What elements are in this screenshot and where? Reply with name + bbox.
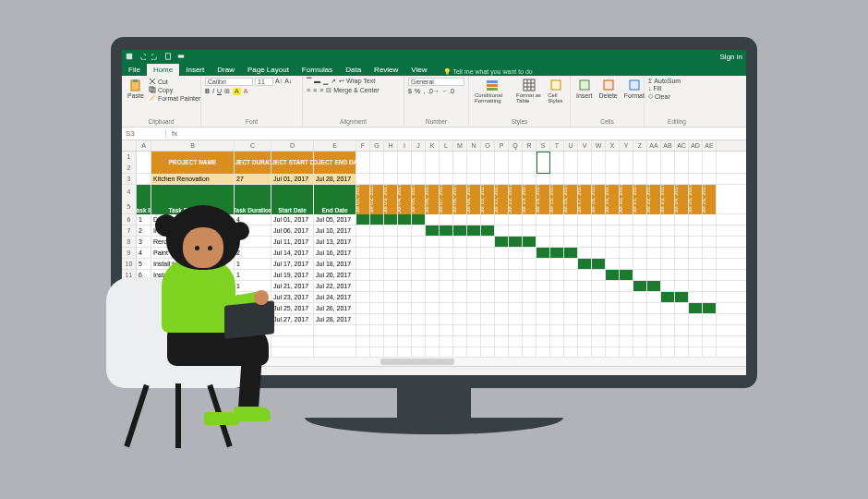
gantt-cell[interactable] [384,303,398,313]
gantt-cell[interactable] [620,303,633,313]
gantt-cell[interactable] [398,214,412,225]
cell[interactable] [314,325,356,335]
gantt-cell[interactable] [509,314,523,324]
gantt-cell[interactable] [536,259,550,269]
align-bottom-icon[interactable]: ▁ [323,78,328,85]
gantt-cell[interactable] [370,259,384,269]
align-left-icon[interactable]: ≡ [307,87,310,94]
cut-button[interactable]: Cut [149,78,200,85]
gantt-cell[interactable] [453,270,467,280]
gantt-cell[interactable] [647,314,661,324]
gantt-cell[interactable] [523,303,536,313]
gantt-cell[interactable] [689,314,703,324]
gantt-cell[interactable] [564,259,578,269]
gantt-cell[interactable] [412,292,426,302]
gantt-cell[interactable] [481,270,495,280]
gantt-cell[interactable] [440,248,453,258]
gantt-cell[interactable] [564,214,578,225]
date-header-cell[interactable]: Jul 15, 2017 [550,185,564,214]
gantt-cell[interactable] [633,281,647,291]
col-header[interactable]: G [370,140,384,151]
gantt-cell[interactable] [661,225,675,236]
gantt-cell[interactable] [620,237,633,247]
task-end-cell[interactable]: Jul 20, 2017 [314,270,356,280]
currency-icon[interactable]: $ [408,88,412,94]
gantt-cell[interactable] [592,237,606,247]
gantt-cell[interactable] [550,314,564,324]
gantt-cell[interactable] [440,270,453,280]
align-top-icon[interactable]: ▔ [307,78,311,85]
gantt-cell[interactable] [384,270,398,280]
date-header-cell[interactable]: Jul 23, 2017 [661,185,675,214]
tab-draw[interactable]: Draw [211,64,241,76]
gantt-cell[interactable] [647,281,661,291]
col-header[interactable]: O [481,140,495,151]
gantt-cell[interactable] [481,259,495,269]
date-header-cell[interactable]: Jul 06, 2017 [426,185,440,214]
gantt-cell[interactable] [426,303,440,313]
gantt-cell[interactable] [550,281,564,291]
gantt-cell[interactable] [550,270,564,280]
gantt-cell[interactable] [384,314,398,324]
gantt-cell[interactable] [356,281,370,291]
tab-page-layout[interactable]: Page Layout [241,64,295,76]
wrap-text-button[interactable]: ↩ Wrap Text [339,78,375,85]
comma-icon[interactable]: , [423,88,425,94]
date-header-cell[interactable]: Jul 21, 2017 [633,185,647,214]
gantt-cell[interactable] [523,248,536,258]
gantt-cell[interactable] [370,248,384,258]
project-end-cell[interactable]: Jul 28, 2017 [314,174,356,184]
date-header-cell[interactable]: Jul 24, 2017 [675,185,689,214]
number-format-select[interactable]: General [408,78,464,86]
gantt-cell[interactable] [675,214,689,225]
italic-button[interactable]: I [212,88,214,95]
gantt-cell[interactable] [703,248,717,258]
gantt-cell[interactable] [467,292,481,302]
gantt-cell[interactable] [606,303,620,313]
date-header-cell[interactable]: Jul 16, 2017 [564,185,578,214]
tab-home[interactable]: Home [147,64,179,76]
gantt-cell[interactable] [467,225,481,236]
gantt-cell[interactable] [495,225,509,236]
tab-view[interactable]: View [404,64,433,76]
gantt-cell[interactable] [523,281,536,291]
gantt-cell[interactable] [703,214,717,225]
gantt-cell[interactable] [440,237,453,247]
gantt-cell[interactable] [536,270,550,280]
gantt-cell[interactable] [703,237,717,247]
task-end-cell[interactable]: Jul 26, 2017 [314,303,356,313]
project-header-cell[interactable]: PROJECT DURATION [235,152,271,174]
col-header[interactable]: S [536,140,550,151]
gantt-cell[interactable] [703,292,717,302]
gantt-cell[interactable] [564,270,578,280]
gantt-cell[interactable] [633,225,647,236]
gantt-cell[interactable] [523,259,536,269]
gantt-cell[interactable] [398,292,412,302]
gantt-cell[interactable] [453,248,467,258]
gantt-cell[interactable] [356,292,370,302]
gantt-cell[interactable] [689,225,703,236]
col-header[interactable]: AA [647,140,661,151]
gantt-cell[interactable] [523,225,536,236]
gantt-cell[interactable] [703,259,717,269]
date-header-cell[interactable]: Jul 20, 2017 [620,185,633,214]
gantt-cell[interactable] [564,314,578,324]
date-header-cell[interactable]: Jul 03, 2017 [384,185,398,214]
gantt-cell[interactable] [356,225,370,236]
gantt-cell[interactable] [564,281,578,291]
gantt-cell[interactable] [606,292,620,302]
gantt-cell[interactable] [412,303,426,313]
gantt-cell[interactable] [689,214,703,225]
col-header[interactable]: Q [509,140,523,151]
gantt-cell[interactable] [495,248,509,258]
gantt-cell[interactable] [523,314,536,324]
gantt-cell[interactable] [675,270,689,280]
col-header[interactable]: T [550,140,564,151]
gantt-cell[interactable] [495,281,509,291]
col-header[interactable]: U [564,140,578,151]
gantt-cell[interactable] [675,281,689,291]
gantt-cell[interactable] [412,248,426,258]
tab-file[interactable]: File [122,64,147,76]
gantt-cell[interactable] [495,270,509,280]
gantt-cell[interactable] [398,259,412,269]
